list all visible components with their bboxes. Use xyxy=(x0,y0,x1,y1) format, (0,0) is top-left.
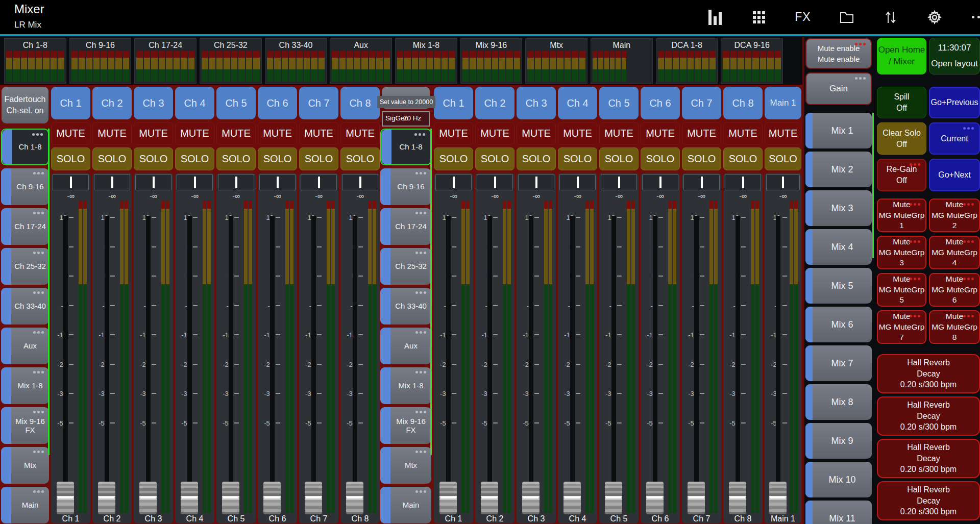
fader-track[interactable] xyxy=(353,216,357,512)
fader-track[interactable] xyxy=(311,216,316,512)
channel-select-button[interactable]: Ch 5 xyxy=(599,87,639,119)
channel-select-button[interactable]: Ch 8 xyxy=(340,87,380,119)
mix-bus-button[interactable]: Mix 10 xyxy=(805,462,872,497)
pan-slider[interactable] xyxy=(94,174,130,190)
mute-group-button[interactable]: MuteMG MuteGrp8 xyxy=(929,310,980,344)
mute-group-button[interactable]: MuteMG MuteGrp3 xyxy=(877,236,926,269)
mute-group-button[interactable]: MuteMG MuteGrp1 xyxy=(877,198,926,232)
pan-slider[interactable] xyxy=(342,174,378,190)
pan-slider[interactable] xyxy=(135,174,172,190)
channel-select-button[interactable]: Ch 6 xyxy=(641,87,680,119)
channel-select-button[interactable]: Ch 8 xyxy=(723,87,763,119)
solo-button[interactable]: SOLO xyxy=(216,147,256,170)
mix-bus-button[interactable]: Mix 9 xyxy=(805,423,872,459)
pan-slider[interactable] xyxy=(301,174,337,190)
meter-group[interactable]: Mix 1-8 xyxy=(395,38,457,84)
fader-handle[interactable] xyxy=(769,482,787,514)
mix-bus-button[interactable]: Mix 1 xyxy=(805,113,872,148)
pan-slider[interactable] xyxy=(518,174,554,190)
solo-button[interactable]: SOLO xyxy=(765,147,801,170)
spill-button[interactable]: SpillOff xyxy=(877,87,926,118)
mute-button[interactable]: MUTE xyxy=(558,122,597,145)
clear-solo-button[interactable]: Clear SoloOff xyxy=(877,122,926,155)
fader-handle[interactable] xyxy=(346,482,363,514)
mute-button[interactable]: MUTE xyxy=(134,122,173,145)
mix-bus-button[interactable]: Mix 7 xyxy=(805,345,872,381)
fader-handle[interactable] xyxy=(222,482,239,514)
fader-handle[interactable] xyxy=(305,482,322,514)
mute-group-button[interactable]: MuteMG MuteGrp4 xyxy=(929,236,980,269)
fadertouch-button[interactable]: Fadertouch Ch-sel. on xyxy=(2,87,48,123)
meter-group[interactable]: DCA 9-16 xyxy=(721,38,783,84)
fader-track[interactable] xyxy=(694,216,699,512)
fader-track[interactable] xyxy=(736,216,740,512)
mix-bus-button[interactable]: Mix 3 xyxy=(805,190,872,226)
pan-slider[interactable] xyxy=(683,174,720,190)
channel-select-button[interactable]: Ch 2 xyxy=(475,87,514,119)
bank-button[interactable]: Mix 9-16 FX xyxy=(380,407,431,444)
bank-button[interactable]: Mix 1-8 xyxy=(380,367,431,404)
solo-button[interactable]: SOLO xyxy=(258,147,297,170)
fader-track[interactable] xyxy=(105,216,109,512)
mute-button[interactable]: MUTE xyxy=(434,122,473,145)
meter-group[interactable]: Mix 9-16 xyxy=(460,38,523,84)
pan-slider[interactable] xyxy=(766,174,800,190)
grid-layout-icon[interactable] xyxy=(751,9,767,26)
clock-open-layout-button[interactable]: 11:30:07 Open layout xyxy=(929,38,980,74)
meter-group[interactable]: DCA 1-8 xyxy=(656,38,718,84)
channel-select-button[interactable]: Ch 3 xyxy=(134,87,173,119)
bank-button[interactable]: Ch 1-8 xyxy=(1,129,49,165)
folder-icon[interactable] xyxy=(839,9,854,26)
mute-button[interactable]: MUTE xyxy=(92,122,132,145)
mute-enable-button[interactable]: Mute enable Mute enable xyxy=(805,38,872,69)
fader-handle[interactable] xyxy=(181,482,198,514)
fader-handle[interactable] xyxy=(729,482,746,514)
bank-button[interactable]: Ch 9-16 xyxy=(1,168,49,205)
solo-button[interactable]: SOLO xyxy=(558,147,597,170)
meters-icon[interactable] xyxy=(707,9,723,26)
solo-button[interactable]: SOLO xyxy=(175,147,214,170)
mix-bus-button[interactable]: Mix 8 xyxy=(805,384,872,420)
bank-button[interactable]: Ch 33-40 xyxy=(1,288,49,325)
solo-button[interactable]: SOLO xyxy=(92,147,132,170)
pan-slider[interactable] xyxy=(559,174,596,190)
pan-slider[interactable] xyxy=(218,174,254,190)
fader-handle[interactable] xyxy=(263,482,281,514)
fader-track[interactable] xyxy=(187,216,192,512)
fader-track[interactable] xyxy=(653,216,657,512)
bank-button[interactable]: Ch 17-24 xyxy=(380,208,431,245)
fader-handle[interactable] xyxy=(564,482,581,514)
mute-button[interactable]: MUTE xyxy=(51,122,90,145)
mix-bus-button[interactable]: Mix 11 xyxy=(805,501,872,524)
bank-button[interactable]: Ch 33-40 xyxy=(380,288,431,325)
channel-select-button[interactable]: Ch 5 xyxy=(216,87,256,119)
mix-bus-button[interactable]: Mix 6 xyxy=(805,307,872,342)
solo-button[interactable]: SOLO xyxy=(682,147,721,170)
pan-slider[interactable] xyxy=(477,174,513,190)
solo-button[interactable]: SOLO xyxy=(475,147,514,170)
solo-button[interactable]: SOLO xyxy=(340,147,380,170)
gear-icon[interactable] xyxy=(927,9,942,26)
fader-track[interactable] xyxy=(776,216,780,512)
solo-button[interactable]: SOLO xyxy=(599,147,639,170)
bank-button[interactable]: Mix 9-16 FX xyxy=(1,407,49,444)
mute-button[interactable]: MUTE xyxy=(216,122,256,145)
mute-group-button[interactable]: MuteMG MuteGrp7 xyxy=(877,310,926,344)
fx-icon[interactable]: FX xyxy=(795,9,811,26)
solo-button[interactable]: SOLO xyxy=(434,147,473,170)
bank-button[interactable]: Mix 1-8 xyxy=(1,367,49,404)
mute-button[interactable]: MUTE xyxy=(723,122,763,145)
meter-group[interactable]: Ch 33-40 xyxy=(265,38,327,84)
solo-button[interactable]: SOLO xyxy=(134,147,173,170)
re-gain-button[interactable]: Re-GainOff xyxy=(877,159,926,191)
solo-button[interactable]: SOLO xyxy=(517,147,556,170)
mute-button[interactable]: MUTE xyxy=(299,122,338,145)
fader-handle[interactable] xyxy=(688,482,705,514)
mute-group-button[interactable]: MuteMG MuteGrp5 xyxy=(877,273,926,307)
fader-handle[interactable] xyxy=(522,482,540,514)
bank-button[interactable]: Aux xyxy=(380,328,431,364)
bank-button[interactable]: Mtx xyxy=(1,447,49,484)
channel-select-button[interactable]: Ch 4 xyxy=(175,87,214,119)
fader-handle[interactable] xyxy=(57,482,74,514)
fader-handle[interactable] xyxy=(139,482,157,514)
